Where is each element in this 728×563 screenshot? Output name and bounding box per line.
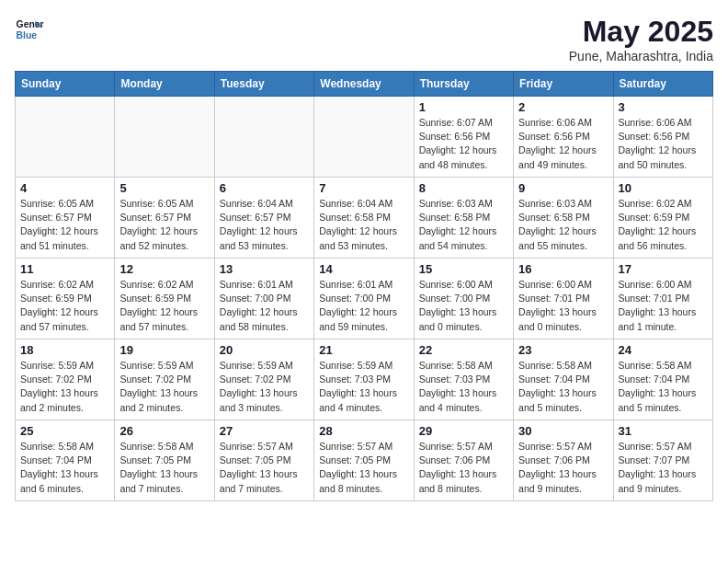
calendar-cell (115, 97, 214, 178)
calendar-cell: 26Sunrise: 5:58 AMSunset: 7:05 PMDayligh… (115, 420, 214, 501)
calendar-week-2: 4Sunrise: 6:05 AMSunset: 6:57 PMDaylight… (16, 178, 713, 259)
calendar-cell: 30Sunrise: 5:57 AMSunset: 7:06 PMDayligh… (514, 420, 613, 501)
page-header: General Blue May 2025 Pune, Maharashtra,… (15, 15, 713, 63)
day-number: 31 (619, 424, 708, 438)
day-info: Sunrise: 6:04 AMSunset: 6:57 PMDaylight:… (220, 197, 309, 253)
day-number: 7 (319, 181, 408, 195)
day-number: 5 (119, 181, 209, 195)
day-number: 17 (619, 262, 708, 276)
day-number: 9 (518, 181, 608, 195)
day-number: 27 (220, 424, 309, 438)
calendar-week-1: 1Sunrise: 6:07 AMSunset: 6:56 PMDaylight… (16, 97, 713, 178)
calendar-table: SundayMondayTuesdayWednesdayThursdayFrid… (15, 71, 713, 501)
day-info: Sunrise: 5:58 AMSunset: 7:04 PMDaylight:… (619, 359, 708, 415)
calendar-cell: 7Sunrise: 6:04 AMSunset: 6:58 PMDaylight… (314, 178, 414, 259)
day-number: 12 (119, 262, 209, 276)
day-info: Sunrise: 6:01 AMSunset: 7:00 PMDaylight:… (220, 278, 309, 334)
day-number: 13 (220, 262, 309, 276)
day-info: Sunrise: 6:05 AMSunset: 6:57 PMDaylight:… (119, 197, 209, 253)
calendar-cell: 29Sunrise: 5:57 AMSunset: 7:06 PMDayligh… (414, 420, 513, 501)
day-info: Sunrise: 5:58 AMSunset: 7:04 PMDaylight:… (20, 440, 109, 496)
day-number: 1 (419, 100, 508, 114)
calendar-cell: 14Sunrise: 6:01 AMSunset: 7:00 PMDayligh… (314, 259, 414, 339)
calendar-cell: 23Sunrise: 5:58 AMSunset: 7:04 PMDayligh… (514, 339, 613, 420)
calendar-cell: 18Sunrise: 5:59 AMSunset: 7:02 PMDayligh… (16, 339, 115, 420)
day-info: Sunrise: 6:06 AMSunset: 6:56 PMDaylight:… (518, 116, 608, 172)
weekday-header-thursday: Thursday (414, 72, 513, 97)
day-number: 8 (419, 181, 508, 195)
location: Pune, Maharashtra, India (569, 49, 713, 63)
day-number: 19 (119, 343, 209, 357)
day-info: Sunrise: 6:03 AMSunset: 6:58 PMDaylight:… (518, 197, 608, 253)
day-number: 21 (319, 343, 408, 357)
calendar-cell: 8Sunrise: 6:03 AMSunset: 6:58 PMDaylight… (414, 178, 513, 259)
calendar-week-5: 25Sunrise: 5:58 AMSunset: 7:04 PMDayligh… (16, 420, 713, 501)
calendar-cell: 16Sunrise: 6:00 AMSunset: 7:01 PMDayligh… (514, 259, 613, 339)
calendar-cell: 12Sunrise: 6:02 AMSunset: 6:59 PMDayligh… (115, 259, 214, 339)
weekday-header-tuesday: Tuesday (214, 72, 313, 97)
day-number: 28 (319, 424, 408, 438)
calendar-cell: 5Sunrise: 6:05 AMSunset: 6:57 PMDaylight… (115, 178, 214, 259)
day-number: 29 (419, 424, 508, 438)
logo-icon: General Blue (15, 15, 44, 44)
day-number: 14 (319, 262, 408, 276)
day-info: Sunrise: 6:00 AMSunset: 7:01 PMDaylight:… (619, 278, 708, 334)
day-number: 25 (20, 424, 109, 438)
calendar-cell: 10Sunrise: 6:02 AMSunset: 6:59 PMDayligh… (613, 178, 712, 259)
title-block: May 2025 Pune, Maharashtra, India (569, 15, 713, 63)
day-info: Sunrise: 6:05 AMSunset: 6:57 PMDaylight:… (20, 197, 109, 253)
calendar-cell: 17Sunrise: 6:00 AMSunset: 7:01 PMDayligh… (613, 259, 712, 339)
day-info: Sunrise: 5:57 AMSunset: 7:06 PMDaylight:… (518, 440, 608, 496)
day-info: Sunrise: 6:07 AMSunset: 6:56 PMDaylight:… (419, 116, 508, 172)
day-info: Sunrise: 6:06 AMSunset: 6:56 PMDaylight:… (619, 116, 708, 172)
logo: General Blue (15, 15, 44, 44)
weekday-header-friday: Friday (514, 72, 613, 97)
day-info: Sunrise: 6:03 AMSunset: 6:58 PMDaylight:… (419, 197, 508, 253)
weekday-header-sunday: Sunday (16, 72, 115, 97)
day-number: 11 (20, 262, 109, 276)
weekday-header-monday: Monday (115, 72, 214, 97)
weekday-header-wednesday: Wednesday (314, 72, 414, 97)
calendar-cell (314, 97, 414, 178)
weekday-header-row: SundayMondayTuesdayWednesdayThursdayFrid… (16, 72, 713, 97)
day-info: Sunrise: 5:58 AMSunset: 7:05 PMDaylight:… (119, 440, 209, 496)
calendar-cell: 15Sunrise: 6:00 AMSunset: 7:00 PMDayligh… (414, 259, 513, 339)
day-number: 16 (518, 262, 608, 276)
day-info: Sunrise: 5:57 AMSunset: 7:07 PMDaylight:… (619, 440, 708, 496)
calendar-cell (214, 97, 313, 178)
day-info: Sunrise: 6:02 AMSunset: 6:59 PMDaylight:… (20, 278, 109, 334)
day-number: 6 (220, 181, 309, 195)
day-number: 30 (518, 424, 608, 438)
calendar-cell: 25Sunrise: 5:58 AMSunset: 7:04 PMDayligh… (16, 420, 115, 501)
day-info: Sunrise: 5:57 AMSunset: 7:06 PMDaylight:… (419, 440, 508, 496)
calendar-cell: 1Sunrise: 6:07 AMSunset: 6:56 PMDaylight… (414, 97, 513, 178)
calendar-cell: 24Sunrise: 5:58 AMSunset: 7:04 PMDayligh… (613, 339, 712, 420)
month-title: May 2025 (569, 15, 713, 49)
calendar-cell: 2Sunrise: 6:06 AMSunset: 6:56 PMDaylight… (514, 97, 613, 178)
day-number: 10 (619, 181, 708, 195)
svg-text:General: General (17, 19, 44, 29)
day-number: 23 (518, 343, 608, 357)
calendar-cell: 13Sunrise: 6:01 AMSunset: 7:00 PMDayligh… (214, 259, 313, 339)
weekday-header-saturday: Saturday (613, 72, 712, 97)
calendar-cell: 19Sunrise: 5:59 AMSunset: 7:02 PMDayligh… (115, 339, 214, 420)
day-number: 15 (419, 262, 508, 276)
day-info: Sunrise: 5:57 AMSunset: 7:05 PMDaylight:… (319, 440, 408, 496)
calendar-cell: 27Sunrise: 5:57 AMSunset: 7:05 PMDayligh… (214, 420, 313, 501)
calendar-cell: 31Sunrise: 5:57 AMSunset: 7:07 PMDayligh… (613, 420, 712, 501)
day-number: 4 (20, 181, 109, 195)
calendar-week-4: 18Sunrise: 5:59 AMSunset: 7:02 PMDayligh… (16, 339, 713, 420)
calendar-week-3: 11Sunrise: 6:02 AMSunset: 6:59 PMDayligh… (16, 259, 713, 339)
day-info: Sunrise: 5:59 AMSunset: 7:02 PMDaylight:… (119, 359, 209, 415)
day-info: Sunrise: 5:59 AMSunset: 7:02 PMDaylight:… (220, 359, 309, 415)
day-number: 22 (419, 343, 508, 357)
day-info: Sunrise: 5:57 AMSunset: 7:05 PMDaylight:… (220, 440, 309, 496)
day-info: Sunrise: 5:59 AMSunset: 7:02 PMDaylight:… (20, 359, 109, 415)
calendar-cell: 22Sunrise: 5:58 AMSunset: 7:03 PMDayligh… (414, 339, 513, 420)
day-info: Sunrise: 6:00 AMSunset: 7:01 PMDaylight:… (518, 278, 608, 334)
day-info: Sunrise: 6:02 AMSunset: 6:59 PMDaylight:… (119, 278, 209, 334)
day-info: Sunrise: 6:00 AMSunset: 7:00 PMDaylight:… (419, 278, 508, 334)
day-info: Sunrise: 5:58 AMSunset: 7:03 PMDaylight:… (419, 359, 508, 415)
day-number: 20 (220, 343, 309, 357)
calendar-cell: 4Sunrise: 6:05 AMSunset: 6:57 PMDaylight… (16, 178, 115, 259)
